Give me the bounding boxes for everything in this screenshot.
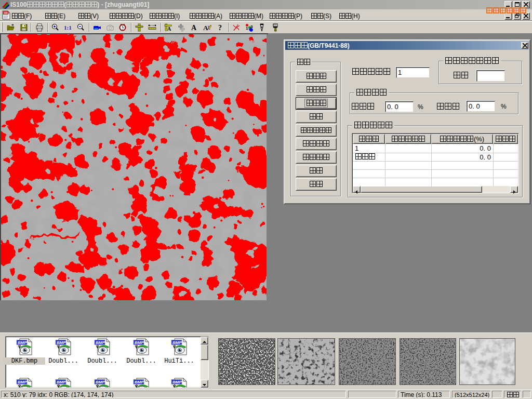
svg-text:?: ? — [218, 24, 222, 32]
svg-text:BMP: BMP — [135, 340, 144, 345]
svg-text:A: A — [191, 24, 197, 32]
svg-text:1: 1 — [246, 26, 248, 31]
svg-text:BMP: BMP — [57, 340, 66, 345]
svg-text:3: 3 — [250, 24, 253, 29]
svg-text:1:1: 1:1 — [64, 24, 72, 31]
svg-text:BMP: BMP — [172, 340, 182, 345]
svg-text:BMP: BMP — [96, 340, 105, 345]
svg-text:DOC: DOC — [4, 12, 9, 15]
svg-text:BMP: BMP — [57, 380, 66, 384]
svg-text:A: A — [203, 24, 208, 32]
svg-text:BMP: BMP — [172, 380, 182, 384]
svg-text:BMP: BMP — [96, 380, 105, 384]
svg-text:BMP: BMP — [135, 380, 144, 384]
svg-text:BMP: BMP — [18, 340, 27, 345]
svg-text:A: A — [167, 26, 171, 32]
svg-text:BMP: BMP — [18, 380, 27, 384]
